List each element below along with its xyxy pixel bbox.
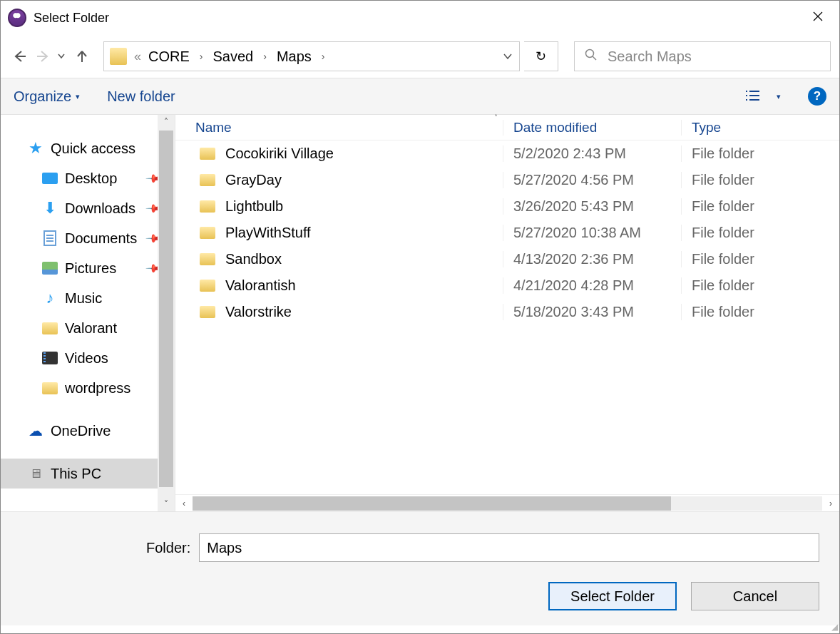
sidebar-item-quick-access[interactable]: ★ Quick access <box>1 133 175 163</box>
recent-locations-button[interactable] <box>58 51 68 61</box>
select-folder-button[interactable]: Select Folder <box>548 582 677 610</box>
file-type: File folder <box>682 304 839 320</box>
sidebar-item-onedrive[interactable]: ☁ OneDrive <box>1 416 175 446</box>
sidebar-item-wordpress[interactable]: wordpress <box>1 373 175 403</box>
scroll-down-icon[interactable]: ˅ <box>164 497 168 511</box>
table-row[interactable]: Valorantish4/21/2020 4:28 PMFile folder <box>175 272 839 299</box>
close-button[interactable] <box>804 11 832 24</box>
refresh-button[interactable]: ↻ <box>524 41 558 71</box>
help-button[interactable]: ? <box>808 87 826 106</box>
sidebar-item-label: Documents <box>65 230 137 247</box>
table-row[interactable]: Sandbox4/13/2020 2:36 PMFile folder <box>175 246 839 272</box>
close-icon <box>813 11 823 21</box>
file-name: Cocokiriki Village <box>225 145 334 162</box>
scroll-right-icon[interactable]: › <box>822 498 839 508</box>
search-box[interactable] <box>574 41 831 71</box>
table-row[interactable]: Lightbulb3/26/2020 5:43 PMFile folder <box>175 193 839 220</box>
chevron-right-icon[interactable]: › <box>193 51 210 62</box>
resize-grip-icon[interactable]: ◢ <box>831 622 838 632</box>
table-row[interactable]: PlayWithStuff5/27/2020 10:38 AMFile fold… <box>175 220 839 246</box>
file-type: File folder <box>682 198 839 215</box>
svg-point-0 <box>586 49 594 57</box>
file-name: Valorantish <box>225 277 296 294</box>
scroll-thumb[interactable] <box>193 496 671 511</box>
chevron-right-icon[interactable]: › <box>256 51 274 62</box>
horizontal-scrollbar[interactable]: ‹ › <box>175 494 839 511</box>
desktop-icon <box>42 173 58 184</box>
music-icon: ♪ <box>42 290 58 306</box>
star-icon: ★ <box>28 140 43 156</box>
sidebar-item-pictures[interactable]: Pictures 📌 <box>1 253 175 283</box>
table-row[interactable]: Cocokiriki Village5/2/2020 2:43 PMFile f… <box>175 140 839 167</box>
sidebar-item-label: Quick access <box>51 140 135 157</box>
file-date: 4/13/2020 2:36 PM <box>503 251 682 267</box>
back-button[interactable] <box>9 46 29 66</box>
svg-rect-1 <box>746 91 747 92</box>
forward-button[interactable] <box>34 46 53 66</box>
column-header-name[interactable]: Name <box>175 120 503 136</box>
sidebar-item-documents[interactable]: Documents 📌 <box>1 223 175 253</box>
new-folder-button[interactable]: New folder <box>107 88 175 105</box>
organize-label: Organize <box>14 88 71 105</box>
sidebar-item-music[interactable]: ♪ Music <box>1 283 175 313</box>
column-header-type[interactable]: Type <box>682 120 839 136</box>
sidebar-item-this-pc[interactable]: 🖥 This PC <box>1 459 175 489</box>
file-list: Cocokiriki Village5/2/2020 2:43 PMFile f… <box>175 140 839 494</box>
sidebar-item-downloads[interactable]: ⬇ Downloads 📌 <box>1 193 175 223</box>
table-row[interactable]: Valorstrike5/18/2020 3:43 PMFile folder <box>175 299 839 325</box>
svg-rect-6 <box>749 99 759 101</box>
refresh-icon: ↻ <box>536 48 546 64</box>
scroll-up-icon[interactable]: ˄ <box>164 115 168 129</box>
breadcrumb-prefix: « <box>133 49 145 64</box>
sidebar-item-label: Pictures <box>65 260 116 277</box>
pictures-icon <box>42 262 58 275</box>
breadcrumb-core[interactable]: CORE <box>145 48 193 65</box>
nav-row: « CORE › Saved › Maps › ↻ <box>1 35 839 78</box>
folder-icon <box>200 148 215 160</box>
breadcrumb-saved[interactable]: Saved <box>210 48 256 65</box>
app-icon <box>8 9 26 27</box>
scroll-left-icon[interactable]: ‹ <box>175 498 193 508</box>
address-bar[interactable]: « CORE › Saved › Maps › <box>103 41 520 71</box>
sidebar-item-desktop[interactable]: Desktop 📌 <box>1 163 175 193</box>
file-name: GrayDay <box>225 172 282 188</box>
arrow-left-icon <box>11 48 27 64</box>
breadcrumb-maps[interactable]: Maps <box>274 48 314 65</box>
sidebar-item-label: OneDrive <box>51 423 111 439</box>
arrow-up-icon <box>75 49 89 63</box>
table-row[interactable]: GrayDay5/27/2020 4:56 PMFile folder <box>175 167 839 193</box>
sidebar-scrollbar[interactable]: ˄ ˅ <box>158 115 175 511</box>
address-dropdown[interactable] <box>496 51 519 62</box>
chevron-right-icon[interactable]: › <box>314 51 332 62</box>
cancel-button[interactable]: Cancel <box>691 582 819 610</box>
search-input[interactable] <box>608 48 820 65</box>
scroll-thumb[interactable] <box>159 131 173 487</box>
sort-caret-icon: ˄ <box>494 113 498 121</box>
sidebar-item-valorant[interactable]: Valorant <box>1 313 175 343</box>
sidebar: ★ Quick access Desktop 📌 ⬇ Downloads 📌 D… <box>1 115 175 511</box>
sidebar-item-label: wordpress <box>65 380 130 397</box>
organize-button[interactable]: Organize ▾ <box>14 88 80 105</box>
folder-input[interactable] <box>199 533 819 562</box>
toolbar: Organize ▾ New folder ▾ ? <box>1 78 839 115</box>
sidebar-item-label: Videos <box>65 350 108 367</box>
folder-row: Folder: <box>146 533 822 562</box>
file-name: Lightbulb <box>225 198 283 215</box>
file-type: File folder <box>682 277 839 294</box>
file-name: Sandbox <box>225 251 282 267</box>
file-type: File folder <box>682 145 839 162</box>
file-date: 5/27/2020 10:38 AM <box>503 225 682 241</box>
sidebar-item-videos[interactable]: Videos <box>1 343 175 373</box>
folder-icon <box>200 174 215 186</box>
folder-icon <box>42 322 58 334</box>
file-type: File folder <box>682 251 839 267</box>
view-options-button[interactable]: ▾ <box>745 89 781 103</box>
new-folder-label: New folder <box>107 88 175 105</box>
sidebar-item-label: Valorant <box>65 320 117 337</box>
sidebar-item-label: Desktop <box>65 170 117 187</box>
download-icon: ⬇ <box>42 200 58 216</box>
up-button[interactable] <box>72 46 92 66</box>
svg-rect-4 <box>749 91 759 92</box>
column-header-date[interactable]: Date modified <box>503 120 682 136</box>
column-headers: ˄ Name Date modified Type <box>175 115 839 140</box>
